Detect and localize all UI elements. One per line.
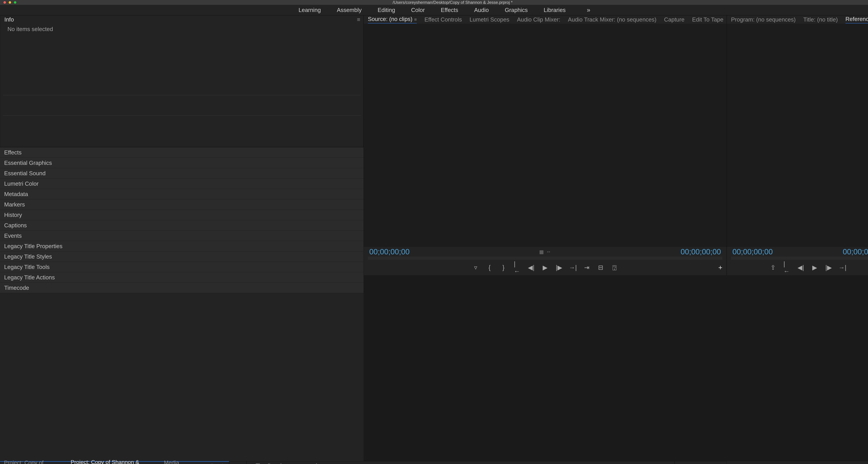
tab-project-1[interactable]: Project: Copy of Shannon & Jesse bbox=[4, 460, 63, 464]
window-controls bbox=[3, 1, 16, 4]
source-transport: ▿ { } |← ◀| ▶ |▶ →| ⇥ ⊟ ⍰ + bbox=[364, 260, 726, 275]
minimize-icon[interactable] bbox=[9, 1, 11, 4]
source-monitor[interactable] bbox=[364, 24, 726, 247]
workspace-libraries[interactable]: Libraries bbox=[544, 7, 566, 13]
add-button-icon[interactable]: + bbox=[718, 264, 722, 271]
mac-titlebar: /Users/coreysherman/Desktop/Copy of Shan… bbox=[0, 0, 868, 5]
step-fwd-icon[interactable]: |▶ bbox=[825, 264, 832, 271]
tab-project-2[interactable]: Project: Copy of Shannon & Jesse≡ bbox=[71, 459, 156, 464]
main-grid: Source: (no clips)≡ Effect Controls Lume… bbox=[0, 15, 868, 461]
go-out-icon[interactable]: →| bbox=[569, 264, 576, 271]
accordion-history[interactable]: History bbox=[0, 210, 364, 220]
workspace-color[interactable]: Color bbox=[411, 7, 425, 13]
accordion-lumetri-color[interactable]: Lumetri Color bbox=[0, 178, 364, 189]
accordion-metadata[interactable]: Metadata bbox=[0, 189, 364, 199]
bottom-row: Project: Copy of Shannon & Jesse Project… bbox=[0, 461, 727, 464]
timeline-tabs: ▸ Timeline: (no sequences) ≡ bbox=[247, 461, 675, 464]
source-timecode-right: 00;00;00;00 bbox=[681, 247, 721, 256]
project-tabs: Project: Copy of Shannon & Jesse Project… bbox=[0, 462, 229, 464]
tool-strip: ▲ ⇄ ⇥ ✂ |↔| ✎ ✋ T bbox=[229, 461, 247, 464]
accordion-legacy-title-actions[interactable]: Legacy Title Actions bbox=[0, 272, 364, 283]
tab-title[interactable]: Title: (no title) bbox=[803, 16, 838, 23]
meter-scale: 0-3-6-9-12-15-18-21-24-27-30-33-36-39-42… bbox=[714, 461, 726, 464]
accordion-effects[interactable]: Effects bbox=[0, 147, 364, 158]
tab-audio-clip-mixer[interactable]: Audio Clip Mixer: bbox=[517, 16, 560, 23]
lift-icon[interactable]: ⇪ bbox=[770, 264, 776, 271]
workspace-overflow-icon[interactable]: » bbox=[587, 6, 590, 14]
program-timecode-left[interactable]: 00;00;00;00 bbox=[733, 247, 773, 256]
step-back-icon[interactable]: ◀| bbox=[528, 264, 535, 271]
play-icon[interactable]: ▶ bbox=[541, 264, 549, 271]
go-in-icon[interactable]: |← bbox=[514, 264, 521, 271]
info-header: Info ≡ bbox=[0, 15, 363, 24]
timeline-panel: ▸ Timeline: (no sequences) ≡ 00;00;00;00… bbox=[247, 461, 675, 464]
tab-program[interactable]: Program: (no sequences) bbox=[731, 16, 796, 23]
program-timecode-right: 00;00;00;00 bbox=[843, 247, 868, 256]
source-panel: Source: (no clips)≡ Effect Controls Lume… bbox=[364, 15, 727, 275]
mark-in-icon[interactable]: { bbox=[486, 264, 493, 271]
accordion-legacy-title-tools[interactable]: Legacy Title Tools bbox=[0, 262, 364, 272]
accordion-timecode[interactable]: Timecode bbox=[0, 283, 364, 293]
audio-meter: 0-3-6-9-12-15-18-21-24-27-30-33-36-39-42… bbox=[675, 461, 727, 464]
tab-source[interactable]: Source: (no clips)≡ bbox=[368, 16, 417, 24]
tab-timeline[interactable]: Timeline: (no sequences) bbox=[256, 462, 318, 464]
step-fwd-icon[interactable]: |▶ bbox=[556, 264, 562, 271]
panel-menu-icon[interactable]: ≡ bbox=[414, 17, 417, 22]
workspace-audio[interactable]: Audio bbox=[474, 7, 489, 13]
info-selection-text: No items selected bbox=[7, 26, 359, 32]
source-timecode-row: 00;00;00;00 ▦↔ 00;00;00;00 bbox=[364, 247, 726, 257]
go-in-icon[interactable]: |← bbox=[783, 264, 790, 271]
tab-lumetri-scopes[interactable]: Lumetri Scopes bbox=[470, 16, 509, 23]
workspace-graphics[interactable]: Graphics bbox=[505, 7, 528, 13]
accordion-legacy-title-properties[interactable]: Legacy Title Properties bbox=[0, 241, 364, 252]
panel-menu-icon[interactable]: ≡ bbox=[357, 16, 360, 23]
program-scrubber[interactable] bbox=[731, 257, 868, 260]
program-transport: ⇪ |← ◀| ▶ |▶ →| + bbox=[727, 260, 868, 275]
accordion-essential-sound[interactable]: Essential Sound bbox=[0, 168, 364, 178]
workspace-effects[interactable]: Effects bbox=[441, 7, 458, 13]
tab-effect-controls[interactable]: Effect Controls bbox=[425, 16, 462, 23]
accordion-markers[interactable]: Markers bbox=[0, 199, 364, 210]
window-title: /Users/coreysherman/Desktop/Copy of Shan… bbox=[16, 0, 868, 5]
go-out-icon[interactable]: →| bbox=[839, 264, 846, 271]
source-fit-controls[interactable]: ▦↔ bbox=[539, 249, 551, 255]
info-panel: Info ≡ No items selected bbox=[0, 15, 364, 147]
overwrite-icon[interactable]: ⊟ bbox=[597, 264, 604, 271]
timeline-caret-icon[interactable]: ▸ bbox=[250, 462, 253, 464]
info-tab[interactable]: Info bbox=[4, 16, 14, 23]
tab-reference[interactable]: Reference: (no sequences)≡ bbox=[845, 16, 868, 24]
right-accordion: Effects Essential Graphics Essential Sou… bbox=[0, 147, 364, 461]
step-back-icon[interactable]: ◀| bbox=[797, 264, 804, 271]
source-timecode-left[interactable]: 00;00;00;00 bbox=[369, 247, 409, 256]
marker-icon[interactable]: ▿ bbox=[472, 264, 479, 271]
program-monitor[interactable] bbox=[727, 24, 868, 247]
close-icon[interactable] bbox=[3, 1, 6, 4]
tab-media-browser[interactable]: Media Browser bbox=[164, 460, 200, 464]
workspace-editing[interactable]: Editing bbox=[378, 7, 395, 13]
workspace-learning[interactable]: Learning bbox=[299, 7, 321, 13]
tab-libraries[interactable]: Libraries bbox=[208, 463, 229, 464]
project-panel: Project: Copy of Shannon & Jesse Project… bbox=[0, 461, 229, 464]
play-icon[interactable]: ▶ bbox=[811, 264, 818, 271]
workspace-bar: Learning Assembly Editing Color Effects … bbox=[0, 5, 868, 15]
accordion-legacy-title-styles[interactable]: Legacy Title Styles bbox=[0, 252, 364, 262]
export-frame-icon[interactable]: ⍰ bbox=[611, 264, 618, 271]
program-tabs: Program: (no sequences) Title: (no title… bbox=[727, 15, 868, 24]
source-scrubber[interactable] bbox=[368, 257, 722, 260]
accordion-essential-graphics[interactable]: Essential Graphics bbox=[0, 158, 364, 168]
tab-audio-track-mixer[interactable]: Audio Track Mixer: (no sequences) bbox=[568, 16, 656, 23]
program-panel: Program: (no sequences) Title: (no title… bbox=[727, 15, 868, 275]
maximize-icon[interactable] bbox=[14, 1, 16, 4]
tab-edit-to-tape[interactable]: Edit To Tape bbox=[692, 16, 723, 23]
insert-icon[interactable]: ⇥ bbox=[583, 264, 590, 271]
accordion-captions[interactable]: Captions bbox=[0, 220, 364, 231]
tab-capture[interactable]: Capture bbox=[664, 16, 684, 23]
source-tabs: Source: (no clips)≡ Effect Controls Lume… bbox=[364, 15, 726, 24]
accordion-events[interactable]: Events bbox=[0, 231, 364, 241]
right-column: Info ≡ No items selected Effects Essenti… bbox=[0, 15, 364, 461]
mark-out-icon[interactable]: } bbox=[500, 264, 507, 271]
panel-menu-icon[interactable]: ≡ bbox=[320, 462, 323, 464]
info-body: No items selected bbox=[0, 24, 363, 95]
workspace-assembly[interactable]: Assembly bbox=[337, 7, 362, 13]
program-timecode-row: 00;00;00;00 00;00;00;00 bbox=[727, 247, 868, 257]
